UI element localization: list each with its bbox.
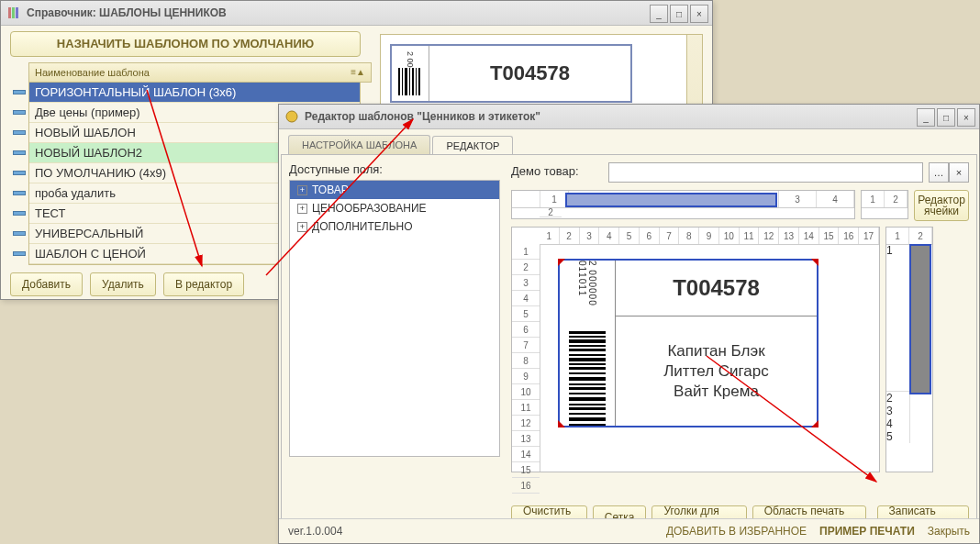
to-editor-button[interactable]: В редактор [163, 272, 244, 296]
status-bar: ver.1.0.004 ДОБАВИТЬ В ИЗБРАННОЕ ПРИМЕР … [279, 518, 979, 543]
sort-icon: ≡▲ [351, 67, 365, 77]
svg-rect-20 [569, 372, 606, 374]
svg-rect-5 [405, 68, 407, 95]
version-label: ver.1.0.004 [288, 525, 342, 538]
row-marker-icon [13, 231, 26, 236]
app-icon [6, 6, 21, 20]
side-region[interactable] [909, 244, 931, 394]
row-marker-icon [13, 130, 26, 135]
ellipsis-button[interactable]: … [929, 162, 949, 183]
demo-input[interactable] [608, 162, 923, 183]
layout-overview-grid[interactable]: 1 2 3 4 2 [511, 190, 855, 219]
svg-rect-26 [569, 404, 606, 405]
row-marker-icon [13, 150, 26, 155]
svg-rect-22 [569, 383, 606, 385]
svg-rect-1 [12, 7, 15, 18]
description-cell: Капитан Блэк Литтел Сигарс Вайт Крема [616, 316, 817, 426]
corner-marker-icon [811, 259, 819, 266]
tag-preview: 2 00 T004578 [390, 44, 632, 103]
demo-label: Демо товар: [511, 164, 603, 178]
print-preview-link[interactable]: ПРИМЕР ПЕЧАТИ [819, 525, 915, 538]
add-button[interactable]: Добавить [10, 272, 83, 296]
svg-rect-19 [569, 367, 606, 370]
svg-rect-13 [569, 339, 606, 343]
add-favorite-link[interactable]: ДОБАВИТЬ В ИЗБРАННОЕ [666, 525, 807, 538]
clear-button[interactable]: × [949, 162, 969, 183]
side-mini-grid[interactable]: 12 [861, 190, 908, 219]
svg-point-10 [286, 111, 297, 122]
editor-window: Редактор шаблонов "Ценников и этикеток" … [278, 104, 980, 544]
svg-rect-29 [569, 417, 606, 421]
code-cell: T004578 [616, 261, 817, 316]
app-icon [284, 109, 299, 124]
svg-rect-0 [8, 7, 11, 18]
svg-rect-17 [569, 358, 606, 361]
set-default-button[interactable]: НАЗНАЧИТЬ ШАБЛОНОМ ПО УМОЛЧАНИЮ [10, 31, 361, 57]
window-title: Редактор шаблонов "Ценников и этикеток" [305, 110, 540, 123]
svg-rect-28 [569, 413, 606, 415]
svg-rect-2 [16, 7, 18, 18]
svg-rect-18 [569, 363, 606, 365]
row-marker-icon [13, 191, 26, 195]
svg-rect-8 [416, 68, 417, 95]
code-label: T004578 [429, 46, 630, 101]
svg-rect-16 [569, 354, 606, 356]
svg-rect-21 [569, 377, 606, 381]
svg-rect-4 [402, 68, 403, 95]
close-button[interactable]: × [957, 108, 975, 127]
svg-rect-27 [569, 407, 606, 410]
available-fields-label: Доступные поля: [289, 162, 500, 176]
tab-settings[interactable]: НАСТРОЙКА ШАБЛОНА [288, 135, 430, 154]
svg-rect-12 [569, 336, 606, 338]
grid-header[interactable]: Наименование шаблона ≡▲ [28, 62, 372, 83]
svg-rect-25 [569, 397, 606, 401]
svg-rect-3 [398, 68, 400, 95]
svg-rect-11 [569, 331, 606, 334]
layout-region[interactable] [565, 193, 777, 207]
corner-marker-icon [811, 420, 819, 427]
window-title: Справочник: ШАБЛОНЫ ЦЕННИКОВ [27, 6, 227, 19]
barcode-cell: 2 000000 011011 [560, 261, 616, 426]
titlebar[interactable]: Редактор шаблонов "Ценников и этикеток" … [279, 105, 979, 129]
cell-editor-button[interactable]: Редактор ячейки [914, 190, 969, 221]
row-marker-icon [13, 251, 26, 256]
tab-editor[interactable]: РЕДАКТОР [432, 136, 513, 155]
fields-tree: ТОВАР ЦЕНООБРАЗОВАНИЕ ДОПОЛНИТЕЛЬНО [289, 180, 500, 457]
main-layout-grid[interactable]: 1 2 3 4 5 6 7 8 9 10 11 12 13 14 [511, 227, 880, 472]
row-marker-icon [13, 90, 26, 94]
corner-marker-icon [558, 420, 565, 427]
row-marker-icon [13, 171, 26, 175]
tree-item[interactable]: ЦЕНООБРАЗОВАНИЕ [290, 199, 499, 217]
column-header-label: Наименование шаблона [35, 67, 150, 78]
titlebar[interactable]: Справочник: ШАБЛОНЫ ЦЕННИКОВ _ □ × [1, 1, 712, 26]
barcode-icon: 2 00 [392, 46, 429, 101]
maximize-button[interactable]: □ [670, 5, 688, 23]
row-marker-icon [13, 211, 26, 216]
delete-button[interactable]: Удалить [90, 272, 156, 296]
tree-item[interactable]: ТОВАР [290, 181, 499, 199]
svg-rect-24 [569, 393, 606, 394]
svg-rect-15 [569, 349, 606, 351]
svg-rect-9 [418, 68, 420, 95]
side-grid[interactable]: 12 1 2 3 4 5 [885, 227, 933, 472]
svg-rect-23 [569, 387, 606, 390]
svg-rect-6 [409, 68, 410, 95]
row-marker-icon [13, 110, 26, 115]
tree-item[interactable]: ДОПОЛНИТЕЛЬНО [290, 217, 499, 236]
corner-marker-icon [558, 259, 565, 266]
tag-canvas[interactable]: 2 000000 011011 [558, 259, 819, 427]
close-link[interactable]: Закрыть [928, 525, 970, 538]
svg-rect-14 [569, 345, 606, 347]
editor-body: Доступные поля: ТОВАР ЦЕНООБРАЗОВАНИЕ ДО… [281, 154, 977, 538]
svg-rect-30 [569, 424, 606, 426]
minimize-button[interactable]: _ [650, 5, 668, 23]
list-item[interactable]: ГОРИЗОНТАЛЬНЫЙ ШАБЛОН (3x6) [29, 83, 360, 103]
minimize-button[interactable]: _ [917, 108, 935, 127]
close-button[interactable]: × [690, 5, 708, 23]
maximize-button[interactable]: □ [937, 108, 955, 127]
svg-rect-7 [412, 68, 414, 95]
